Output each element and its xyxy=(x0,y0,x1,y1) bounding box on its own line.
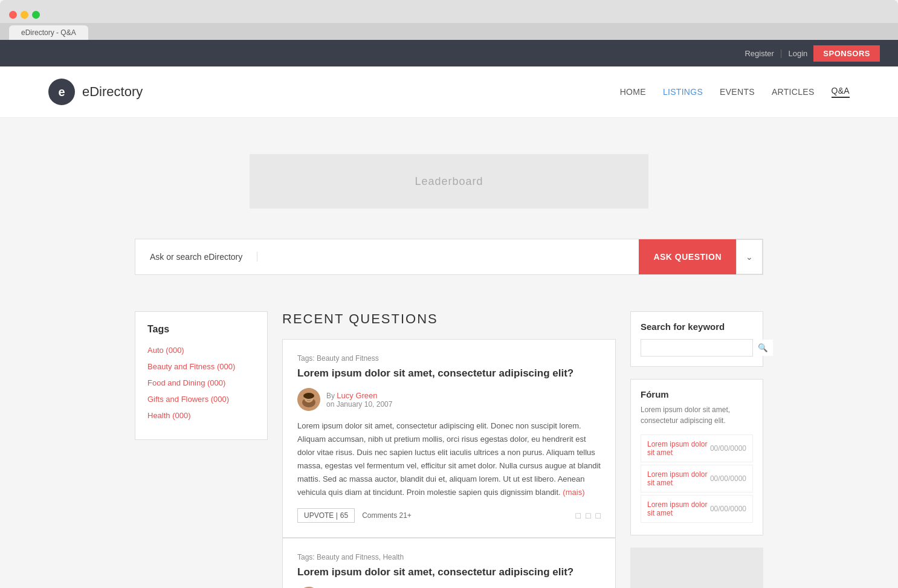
tags-title: Tags xyxy=(147,324,255,335)
tab-bar: eDirectory - Q&A xyxy=(0,23,898,40)
sponsors-button[interactable]: SPONSORS xyxy=(813,45,880,62)
sidebar-right: Search for keyword 🔍 Fórum Lorem ipsum d… xyxy=(630,311,763,588)
tags-box: Tags Auto (000) Beauty and Fitness (000)… xyxy=(135,311,268,440)
twitter-icon[interactable]: □ xyxy=(586,511,590,520)
tag-health[interactable]: Health (000) xyxy=(147,411,255,420)
question-card-2: Tags: Beauty and Fitness, Health Lorem i… xyxy=(282,538,616,588)
search-icon: 🔍 xyxy=(758,343,768,352)
tag-beauty-fitness[interactable]: Beauty and Fitness (000) xyxy=(147,362,255,371)
forum-desc: Lorem ipsum dolor sit amet, consectetur … xyxy=(641,404,753,426)
author-info-1: By Lucy Green on January 10, 2007 xyxy=(326,391,392,409)
upvote-label-1: UPVOTE | xyxy=(304,511,338,520)
social-icons-1: □ □ □ xyxy=(576,511,601,520)
main-nav: HOME LISTINGS EVENTS ARTICLES Q&A xyxy=(620,86,850,98)
dropdown-arrow[interactable]: ⌄ xyxy=(736,239,763,274)
divider: | xyxy=(780,48,783,58)
forum-item-date-1: 00/00/0000 xyxy=(710,444,746,453)
search-input[interactable] xyxy=(257,239,639,274)
logo-text: eDirectory xyxy=(82,84,143,100)
search-bar: Ask or search eDirectory ASK QUESTION ⌄ xyxy=(135,239,763,275)
logo-icon: e xyxy=(48,79,75,105)
nav-articles[interactable]: ARTICLES xyxy=(772,87,815,97)
sidebar-left: Tags Auto (000) Beauty and Fitness (000)… xyxy=(135,311,268,588)
question-1-body-text: Lorem ipsum dolor sit amet, consectetur … xyxy=(297,421,601,497)
question-1-footer: UPVOTE | 65 Comments 21+ □ □ □ xyxy=(297,508,601,523)
avatar-image-1 xyxy=(297,388,320,411)
by-label-1: By xyxy=(326,392,337,400)
read-more-1[interactable]: (mais) xyxy=(563,488,584,497)
forum-item-2: Lorem ipsum dolor sit amet 00/00/0000 xyxy=(641,465,753,493)
forum-item-date-3: 00/00/0000 xyxy=(710,505,746,513)
author-name-1[interactable]: Lucy Green xyxy=(337,391,377,400)
nav-listings[interactable]: LISTINGS xyxy=(663,87,703,97)
upvote-button-1[interactable]: UPVOTE | 65 xyxy=(297,508,355,523)
vote-comments-1: UPVOTE | 65 Comments 21+ xyxy=(297,508,412,523)
question-card-1: Tags: Beauty and Fitness Lorem ipsum dol… xyxy=(282,339,616,538)
keyword-search-box: Search for keyword 🔍 xyxy=(630,311,763,367)
logo-area: e eDirectory xyxy=(48,79,143,105)
nav-events[interactable]: EVENTS xyxy=(720,87,755,97)
upvote-count-1: 65 xyxy=(340,511,348,520)
leaderboard-banner: Leaderboard xyxy=(250,154,648,208)
leaderboard-label: Leaderboard xyxy=(415,175,483,188)
login-link[interactable]: Login xyxy=(789,49,808,58)
forum-item-1: Lorem ipsum dolor sit amet 00/00/0000 xyxy=(641,435,753,462)
browser-chrome xyxy=(0,0,898,23)
author-by-1: By Lucy Green xyxy=(326,391,392,400)
tag-auto[interactable]: Auto (000) xyxy=(147,346,255,355)
author-date-1: on January 10, 2007 xyxy=(326,400,392,409)
question-1-title[interactable]: Lorem ipsum dolor sit amet, consectetur … xyxy=(297,367,601,380)
section-title: RECENT QUESTIONS xyxy=(282,311,616,327)
question-2-title[interactable]: Lorem ipsum dolor sit amet, consectetur … xyxy=(297,566,601,578)
ask-question-button[interactable]: ASK QUESTION xyxy=(639,239,736,274)
questions-area: RECENT QUESTIONS Tags: Beauty and Fitnes… xyxy=(282,311,616,588)
forum-item-link-1[interactable]: Lorem ipsum dolor sit amet xyxy=(647,440,710,457)
main-content: Tags Auto (000) Beauty and Fitness (000)… xyxy=(86,311,812,588)
svg-point-5 xyxy=(310,397,311,398)
forum-item-3: Lorem ipsum dolor sit amet 00/00/0000 xyxy=(641,495,753,523)
search-label: Ask or search eDirectory xyxy=(135,252,257,262)
comments-link-1[interactable]: Comments 21+ xyxy=(362,511,412,520)
svg-point-3 xyxy=(303,393,314,399)
nav-qa[interactable]: Q&A xyxy=(832,86,850,98)
site-header: e eDirectory HOME LISTINGS EVENTS ARTICL… xyxy=(0,66,898,118)
top-bar: Register | Login SPONSORS xyxy=(0,40,898,66)
browser-tab[interactable]: eDirectory - Q&A xyxy=(9,25,88,40)
author-avatar-1 xyxy=(297,388,320,411)
keyword-search-input[interactable] xyxy=(641,340,752,356)
keyword-input-row: 🔍 xyxy=(641,339,753,357)
traffic-light-yellow[interactable] xyxy=(21,11,28,19)
keyword-search-button[interactable]: 🔍 xyxy=(752,340,773,356)
traffic-light-green[interactable] xyxy=(32,11,40,19)
question-2-tags: Tags: Beauty and Fitness, Health xyxy=(297,553,601,561)
forum-title: Fórum xyxy=(641,389,753,399)
question-1-tags: Tags: Beauty and Fitness xyxy=(297,354,601,363)
forum-item-link-3[interactable]: Lorem ipsum dolor sit amet xyxy=(647,500,710,517)
tag-gifts-flowers[interactable]: Gifts and Flowers (000) xyxy=(147,395,255,404)
share-icon[interactable]: □ xyxy=(596,511,601,520)
forum-item-date-2: 00/00/0000 xyxy=(710,474,746,483)
chevron-down-icon: ⌄ xyxy=(746,252,753,262)
register-link[interactable]: Register xyxy=(745,49,774,58)
nav-home[interactable]: HOME xyxy=(620,87,646,97)
square-ad: Square xyxy=(630,548,763,588)
facebook-icon[interactable]: □ xyxy=(576,511,581,520)
forum-item-link-2[interactable]: Lorem ipsum dolor sit amet xyxy=(647,470,710,487)
question-1-body: Lorem ipsum dolor sit amet, consectetur … xyxy=(297,419,601,500)
tag-food-dining[interactable]: Food and Dining (000) xyxy=(147,378,255,387)
author-row-1: By Lucy Green on January 10, 2007 xyxy=(297,388,601,411)
traffic-light-red[interactable] xyxy=(9,11,17,19)
svg-point-4 xyxy=(306,397,308,398)
keyword-search-title: Search for keyword xyxy=(641,321,753,332)
forum-box: Fórum Lorem ipsum dolor sit amet, consec… xyxy=(630,379,763,535)
